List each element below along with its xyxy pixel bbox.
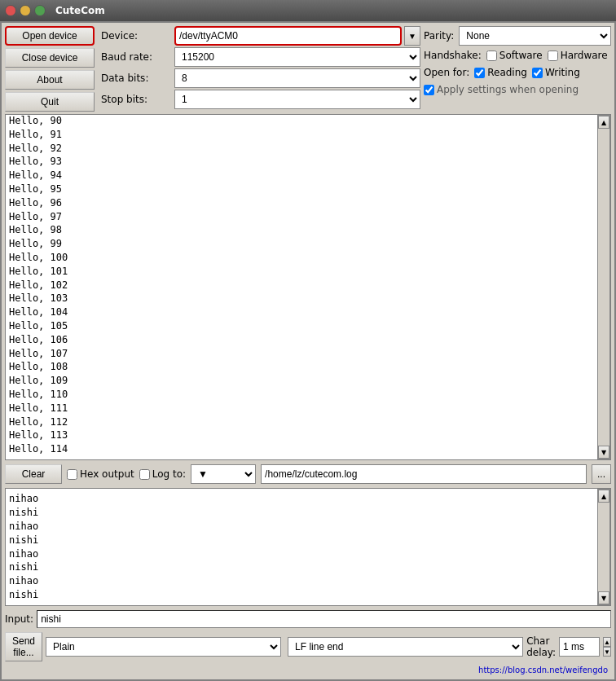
output-area: Hello, 90Hello, 91Hello, 92Hello, 93Hell… (6, 115, 597, 459)
scroll-thumb[interactable] (598, 129, 609, 446)
apply-checkbox-label[interactable]: Apply settings when opening (424, 84, 579, 95)
output-line: Hello, 112 (9, 415, 594, 429)
input-area: nishiwosaininishinihaonishinihaonishinih… (6, 489, 597, 605)
char-delay-label: Char delay: (526, 635, 556, 658)
output-line: Hello, 104 (9, 305, 594, 319)
input-scrollbar[interactable]: ▲ ▼ (597, 489, 610, 605)
send-bar: Send file... Plain Hex LF line end CR li… (5, 632, 611, 661)
window-title: CuteCom (55, 5, 105, 16)
action-buttons: Open device Close device About Quit (5, 26, 95, 112)
encoding-select[interactable]: Plain Hex (46, 637, 281, 657)
quit-button[interactable]: Quit (5, 92, 95, 112)
output-line: Hello, 108 (9, 360, 594, 374)
titlebar-buttons (5, 5, 46, 16)
hex-output-checkbox[interactable] (67, 469, 77, 480)
log-path-input[interactable] (261, 464, 587, 484)
reading-checkbox-label[interactable]: Reading (474, 67, 527, 78)
input-display-line: nishi (9, 534, 594, 547)
baud-rate-select[interactable]: 115200 (174, 47, 420, 67)
writing-checkbox-label[interactable]: Writing (532, 67, 580, 78)
baud-rate-label: Baud rate: (98, 47, 171, 67)
reading-checkbox[interactable] (474, 68, 485, 78)
handshake-label: Handshake: (424, 50, 482, 61)
software-label: Software (499, 50, 543, 61)
data-bits-select[interactable]: 8 (174, 68, 420, 88)
input-display-line: nihao (9, 574, 594, 588)
input-display-line: nihao (9, 547, 594, 561)
output-line: Hello, 102 (9, 279, 594, 292)
scroll-up-arrow[interactable]: ▲ (598, 116, 609, 129)
output-scrollbar[interactable]: ▲ ▼ (597, 115, 610, 459)
parity-label: Parity: (424, 30, 454, 42)
apply-row: Apply settings when opening (424, 82, 611, 97)
apply-checkbox[interactable] (424, 85, 434, 95)
about-button[interactable]: About (5, 70, 95, 90)
open-device-button[interactable]: Open device (5, 26, 95, 46)
log-to-checkbox[interactable] (139, 469, 150, 480)
output-line: Hello, 109 (9, 374, 594, 388)
output-line: Hello, 105 (9, 319, 594, 333)
output-line: Hello, 92 (9, 142, 594, 156)
parity-select[interactable]: None (459, 26, 611, 46)
output-line: Hello, 103 (9, 292, 594, 305)
device-label: Device: (98, 26, 171, 46)
software-checkbox-label[interactable]: Software (486, 50, 543, 61)
output-line: Hello, 97 (9, 210, 594, 224)
device-dropdown-button[interactable]: ▼ (404, 26, 420, 46)
minimize-button[interactable] (20, 5, 31, 16)
output-line: Hello, 107 (9, 347, 594, 361)
stop-bits-label: Stop bits: (98, 90, 171, 109)
status-bar: https://blog.csdn.net/weifengdo (5, 664, 611, 676)
char-delay-input[interactable] (559, 637, 600, 657)
log-to-checkbox-label[interactable]: Log to: (139, 468, 186, 480)
input-display-line: nishi (9, 588, 594, 602)
open-for-label: Open for: (424, 67, 469, 78)
browse-button[interactable]: ... (592, 464, 611, 484)
output-line: Hello, 111 (9, 402, 594, 415)
hex-output-label[interactable]: Hex output (67, 468, 134, 480)
hardware-label: Hardware (561, 50, 608, 61)
apply-label: Apply settings when opening (437, 84, 579, 95)
output-line: Hello, 93 (9, 155, 594, 169)
maximize-button[interactable] (34, 5, 46, 16)
output-line: Hello, 99 (9, 237, 594, 251)
input-display-line: nishi (9, 560, 594, 574)
send-file-button[interactable]: Send file... (5, 632, 42, 661)
hardware-checkbox-label[interactable]: Hardware (548, 50, 608, 61)
input-scroll-down[interactable]: ▼ (598, 591, 609, 604)
output-line: Hello, 90 (9, 115, 594, 128)
input-label: Input: (5, 613, 33, 625)
log-to-label: Log to: (152, 468, 186, 480)
hardware-checkbox[interactable] (548, 51, 558, 61)
status-url: https://blog.csdn.net/weifengdo (478, 666, 608, 674)
hex-output-text: Hex output (80, 468, 134, 480)
input-scroll-up[interactable]: ▲ (598, 490, 609, 503)
output-line: Hello, 113 (9, 428, 594, 442)
device-input[interactable] (174, 26, 402, 46)
software-checkbox[interactable] (486, 51, 497, 61)
bottom-bar: Clear Hex output Log to: ▼ ... (5, 463, 611, 485)
input-display-line: nihao (9, 520, 594, 534)
main-window: Open device Close device About Quit Devi… (0, 21, 616, 681)
log-to-select[interactable]: ▼ (191, 464, 256, 484)
clear-button[interactable]: Clear (5, 464, 62, 484)
input-scroll-thumb[interactable] (598, 503, 609, 591)
stop-bits-select[interactable]: 1 (174, 90, 420, 109)
output-line: Hello, 100 (9, 251, 594, 265)
writing-checkbox[interactable] (532, 68, 543, 78)
data-bits-label: Data bits: (98, 68, 171, 88)
input-field[interactable] (37, 610, 611, 628)
char-delay-up[interactable]: ▲ (603, 637, 611, 647)
output-line: Hello, 94 (9, 169, 594, 182)
open-for-row: Open for: Reading Writing (424, 65, 611, 80)
close-device-button[interactable]: Close device (5, 48, 95, 68)
input-area-wrap: nishiwosaininishinihaonishinihaonishinih… (5, 488, 611, 606)
char-delay-down[interactable]: ▼ (603, 647, 611, 657)
close-button[interactable] (5, 5, 16, 16)
line-end-select[interactable]: LF line end CR line end CRLF line end No… (288, 637, 523, 657)
output-line: Hello, 98 (9, 223, 594, 237)
scroll-down-arrow[interactable]: ▼ (598, 446, 609, 459)
toolbar: Open device Close device About Quit Devi… (5, 26, 611, 112)
reading-label: Reading (487, 67, 527, 78)
output-line: Hello, 95 (9, 182, 594, 196)
